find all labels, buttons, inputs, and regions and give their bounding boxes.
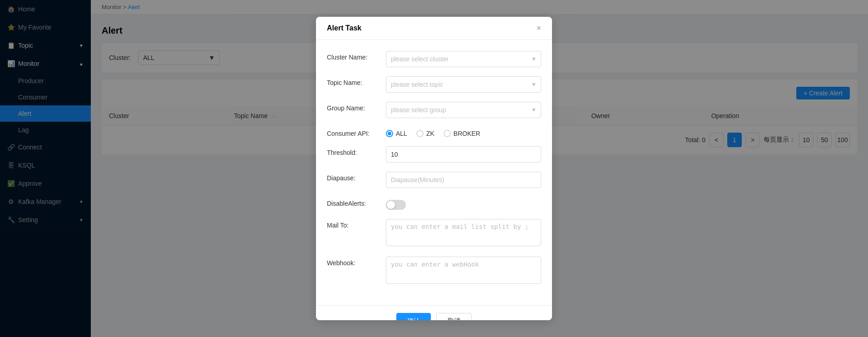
cluster-name-control: please select cluster ▼ [386, 51, 541, 67]
confirm-button[interactable]: 确认 [396, 313, 431, 320]
modal-overlay: Alert Task × Cluster Name: please select… [0, 0, 868, 337]
toggle-knob [387, 201, 395, 209]
diapause-label: Diapause: [327, 172, 386, 182]
webhook-row: Webhook: [327, 257, 541, 285]
topic-name-select[interactable]: please select topic ▼ [386, 76, 541, 93]
topic-name-row: Topic Name: please select topic ▼ [327, 76, 541, 93]
group-name-arrow-icon: ▼ [531, 107, 537, 113]
disable-alerts-control [386, 197, 541, 210]
consumer-api-label: Consumer API: [327, 127, 386, 137]
cluster-name-row: Cluster Name: please select cluster ▼ [327, 51, 541, 67]
radio-all-dot [388, 132, 391, 135]
group-name-select[interactable]: please select group ▼ [386, 102, 541, 118]
mail-to-row: Mail To: [327, 219, 541, 248]
group-name-row: Group Name: please select group ▼ [327, 102, 541, 118]
disable-alerts-label: DisableAlerts: [327, 197, 386, 207]
threshold-input[interactable] [386, 146, 541, 163]
alert-task-modal: Alert Task × Cluster Name: please select… [316, 17, 552, 320]
consumer-api-row: Consumer API: ALL ZK [327, 127, 541, 137]
group-name-label: Group Name: [327, 102, 386, 112]
group-name-placeholder: please select group [391, 106, 446, 114]
group-name-select-wrapper: please select group ▼ [386, 102, 541, 118]
cancel-button[interactable]: 取消 [436, 313, 472, 320]
topic-name-placeholder: please select topic [391, 81, 443, 88]
mail-to-control [386, 219, 541, 248]
modal-header: Alert Task × [316, 17, 552, 40]
diapause-control [386, 172, 541, 188]
mail-to-label: Mail To: [327, 219, 386, 229]
topic-name-label: Topic Name: [327, 76, 386, 86]
cluster-name-label: Cluster Name: [327, 51, 386, 61]
consumer-api-control: ALL ZK BROKER [386, 127, 541, 137]
webhook-control [386, 257, 541, 285]
cluster-name-select[interactable]: please select cluster ▼ [386, 51, 541, 67]
cluster-name-arrow-icon: ▼ [531, 56, 537, 62]
threshold-row: Threshold: [327, 146, 541, 163]
modal-title: Alert Task [327, 24, 361, 32]
radio-all[interactable]: ALL [386, 130, 407, 137]
group-name-control: please select group ▼ [386, 102, 541, 118]
topic-name-select-wrapper: please select topic ▼ [386, 76, 541, 93]
consumer-api-radio-group: ALL ZK BROKER [386, 127, 541, 137]
disable-alerts-row: DisableAlerts: [327, 197, 541, 210]
diapause-row: Diapause: [327, 172, 541, 188]
modal-footer: 确认 取消 [316, 305, 552, 320]
cluster-name-placeholder: please select cluster [391, 55, 449, 63]
webhook-input[interactable] [386, 257, 541, 284]
disable-alerts-toggle[interactable] [386, 200, 406, 210]
topic-name-arrow-icon: ▼ [531, 81, 537, 88]
radio-all-circle [386, 130, 393, 137]
cluster-name-select-wrapper: please select cluster ▼ [386, 51, 541, 67]
modal-close-button[interactable]: × [536, 24, 541, 32]
threshold-label: Threshold: [327, 146, 386, 156]
diapause-input[interactable] [386, 172, 541, 188]
webhook-label: Webhook: [327, 257, 386, 267]
radio-zk[interactable]: ZK [416, 130, 434, 137]
mail-to-input[interactable] [386, 219, 541, 246]
radio-zk-circle [416, 130, 424, 137]
radio-broker-circle [444, 130, 451, 137]
threshold-control [386, 146, 541, 163]
modal-body: Cluster Name: please select cluster ▼ To… [316, 40, 552, 305]
radio-broker[interactable]: BROKER [444, 130, 480, 137]
topic-name-control: please select topic ▼ [386, 76, 541, 93]
